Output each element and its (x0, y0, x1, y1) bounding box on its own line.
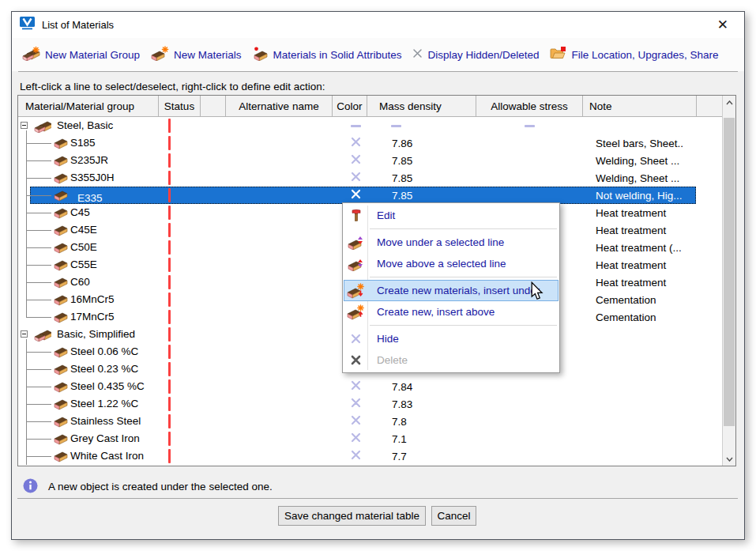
menu-item-create-new-insert-above[interactable]: Create new, insert above (344, 301, 559, 323)
status-cell (159, 239, 201, 256)
table-row-steel-basic[interactable]: Steel, Basic (18, 117, 722, 134)
tree-branch (26, 247, 51, 248)
note-text: Cementation (589, 311, 656, 323)
note-cell: Welding, Sheet ... (583, 152, 697, 169)
status-cell (159, 169, 201, 187)
column-header-allowable-stress: Allowable stress (476, 96, 583, 116)
menu-item-label: Move under a selected line (368, 236, 504, 248)
table-row-s235jr[interactable]: S235JR7.85Welding, Sheet ... (18, 152, 722, 169)
material-label: C45E (70, 224, 97, 236)
move-under-icon (344, 236, 368, 250)
toolbar-item-file-location-upgrades-share[interactable]: File Location, Upgrades, Share (550, 47, 718, 62)
toolbar-item-label: New Materials (174, 49, 242, 61)
material-label: Steel 0.06 %C (70, 345, 138, 357)
dash-mark (391, 125, 401, 127)
scroll-up-icon[interactable] (723, 96, 735, 109)
table-row-s355j0h[interactable]: S355J0H7.85Welding, Sheet ... (18, 169, 722, 187)
alternative-name-cell (226, 360, 333, 378)
status-mark (168, 310, 171, 324)
menu-item-hide[interactable]: Hide (344, 328, 559, 349)
menu-separator (370, 325, 557, 326)
status-mark (168, 153, 171, 168)
material-icon (53, 432, 68, 447)
tree-branch (26, 421, 51, 422)
tree-branch (26, 230, 51, 231)
table-row-grey-cast-iron[interactable]: Grey Cast Iron7.1 (18, 430, 722, 447)
cancel-button[interactable]: Cancel (431, 506, 476, 526)
vertical-scrollbar[interactable] (722, 96, 735, 466)
toolbar-item-new-material-group[interactable]: New Material Group (22, 46, 140, 63)
alternative-name-cell (226, 239, 333, 256)
note-cell (583, 378, 697, 395)
allowable-stress-cell (476, 430, 583, 447)
alternative-name-cell (226, 291, 333, 308)
status-cell (159, 360, 201, 378)
alternative-name-cell (226, 169, 333, 187)
column-header-alternative-name: Alternative name (226, 96, 333, 116)
table-row-stainless-steel[interactable]: Stainless Steel7.8 (18, 413, 722, 430)
material-icon (53, 398, 68, 413)
group-star-icon (22, 46, 40, 63)
gray-x-icon (412, 48, 423, 61)
tree-branch (26, 282, 51, 283)
scroll-down-icon[interactable] (723, 452, 735, 466)
note-text: Heat treatment (589, 225, 666, 236)
table-row-e335[interactable]: E3357.85Not welding, Hig... (18, 187, 722, 204)
alternative-name-cell (226, 413, 333, 430)
table-row-steel-1-22-c[interactable]: Steel 1.22 %C7.83 (18, 395, 722, 413)
status-mark (168, 119, 171, 133)
close-icon[interactable]: ✕ (709, 17, 736, 33)
material-group-icon (33, 326, 51, 343)
material-name-cell: S235JR (18, 152, 159, 169)
status-mark (168, 240, 171, 255)
group-label: Basic, Simplified (57, 328, 135, 340)
status-mark (168, 327, 171, 342)
tree-expander-icon[interactable] (21, 330, 28, 338)
material-group-icon (33, 118, 51, 134)
tree-branch (26, 143, 51, 144)
material-label: E335 (77, 192, 103, 204)
color-cell (333, 430, 367, 447)
blank-cell (201, 152, 226, 169)
material-name-cell: Steel 0.06 %C (18, 343, 159, 360)
blank-cell (201, 221, 226, 239)
table-row-white-cast-iron[interactable]: White Cast Iron7.7 (18, 447, 722, 465)
blank-cell (201, 430, 226, 447)
color-cell (333, 169, 367, 187)
menu-item-create-new-materials-insert-under[interactable]: Create new materials, insert under (344, 280, 559, 301)
toolbar: New Material GroupNew MaterialsMaterials… (12, 38, 744, 71)
toolbar-item-materials-in-solid-attributes[interactable]: Materials in Solid Attributes (253, 47, 402, 63)
material-name-cell: S355J0H (18, 169, 159, 187)
blank-cell (201, 169, 226, 187)
tree-expander-icon[interactable] (21, 122, 28, 129)
menu-item-move-above-a-selected-line[interactable]: Move above a selected line (344, 253, 559, 274)
save-button[interactable]: Save changed material table (278, 506, 426, 526)
no-color-x-icon (351, 137, 361, 149)
alternative-name-cell (226, 117, 333, 134)
menu-item-label: Create new, insert above (368, 306, 495, 318)
no-color-x-icon (351, 380, 361, 393)
scrollbar-thumb[interactable] (724, 118, 735, 426)
menu-item-move-under-a-selected-line[interactable]: Move under a selected line (344, 232, 559, 253)
material-icon (53, 380, 68, 395)
note-cell (583, 343, 697, 360)
status-cell (159, 187, 201, 204)
note-cell (583, 447, 697, 465)
block-star-icon (151, 46, 169, 63)
material-name-cell: Steel, Basic (18, 117, 159, 134)
table-row-s185[interactable]: S1857.86Steel bars, Sheet.. (18, 134, 722, 152)
mass-density-cell: 7.83 (367, 395, 476, 413)
material-icon (53, 259, 68, 274)
status-cell (159, 256, 201, 274)
note-text: Welding, Sheet ... (589, 172, 679, 184)
table-row-steel-0-435-c[interactable]: Steel 0.435 %C7.84 (18, 378, 722, 395)
toolbar-item-display-hidden-deleted[interactable]: Display Hidden/Deleted (412, 48, 539, 61)
toolbar-item-new-materials[interactable]: New Materials (151, 46, 242, 63)
menu-item-delete: Delete (344, 349, 559, 371)
dialog-title: List of Materials (42, 19, 114, 31)
menu-item-edit[interactable]: Edit (344, 205, 559, 226)
mass-density-value: 7.7 (379, 451, 407, 462)
no-color-x-icon (351, 398, 361, 410)
dash-mark (525, 125, 535, 127)
allowable-stress-cell (476, 117, 583, 134)
